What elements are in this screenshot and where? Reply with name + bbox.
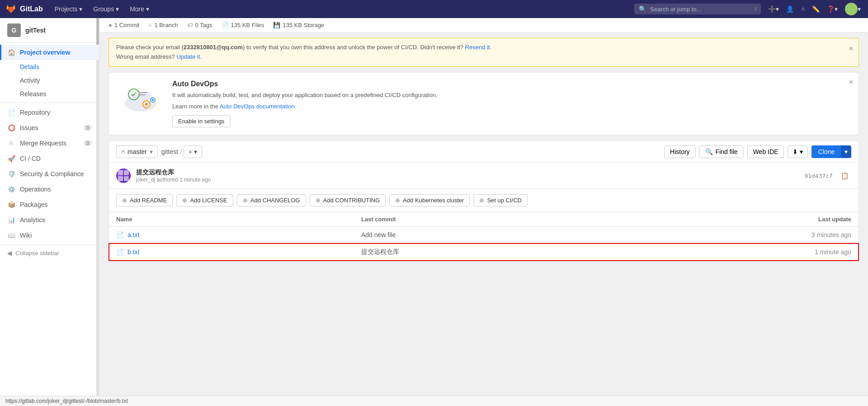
gitlab-logo[interactable]: GitLab xyxy=(5,4,43,14)
file-icon: 📄 xyxy=(116,248,124,256)
sidebar-subitem-releases[interactable]: Releases xyxy=(0,87,99,101)
setup-cicd-button[interactable]: ⊕ Set up CI/CD xyxy=(473,194,528,206)
chevron-down-icon: ▾ xyxy=(194,148,197,155)
chevron-down-icon: ▾ xyxy=(79,5,82,13)
auto-devops-card: × xyxy=(108,72,859,135)
history-button[interactable]: History xyxy=(664,145,696,158)
file-link-atxt[interactable]: a.txt xyxy=(127,231,139,238)
svg-point-5 xyxy=(145,103,148,106)
stat-storage-value: 135 KB Storage xyxy=(283,22,324,28)
help-button[interactable]: ❓ ▾ xyxy=(825,4,840,14)
branch-icon: ⑃ xyxy=(121,148,125,155)
download-icon: ⬇ xyxy=(793,148,798,155)
add-readme-button[interactable]: ⊕ Add README xyxy=(116,194,173,206)
auto-devops-close-button[interactable]: × xyxy=(849,78,853,86)
user-menu[interactable]: ▾ xyxy=(843,1,863,17)
enable-in-settings-button[interactable]: Enable in settings xyxy=(172,115,231,127)
table-row: 📄 a.txt Add new file 3 minutes ago xyxy=(109,227,859,243)
add-changelog-button[interactable]: ⊕ Add CHANGELOG xyxy=(237,194,306,206)
profile-snippet-button[interactable]: 👤 xyxy=(784,4,796,14)
auto-devops-description: It will automatically build, test, and d… xyxy=(172,91,849,100)
nav-projects[interactable]: Projects ▾ xyxy=(50,4,87,14)
add-button[interactable]: ➕ ▾ xyxy=(766,4,781,14)
file-update-btxt: 1 minute ago xyxy=(606,248,851,256)
sidebar-item-label: Merge Requests xyxy=(20,140,66,147)
analytics-icon: 📊 xyxy=(7,216,15,224)
svg-point-7 xyxy=(152,99,154,101)
wiki-icon: 📖 xyxy=(7,231,15,239)
sidebar-item-label: CI / CD xyxy=(20,155,41,162)
commit-message: 提交远程仓库 xyxy=(136,168,211,177)
todo-button[interactable]: ✏️ xyxy=(810,4,821,14)
main-layout: G gitTest 🏠 Project overview Details Act… xyxy=(0,18,868,406)
plus-icon: + xyxy=(189,148,192,155)
file-link-btxt[interactable]: b.txt xyxy=(127,248,139,256)
auto-devops-doc-link[interactable]: Auto DevOps documentation xyxy=(220,103,295,110)
chevron-down-icon: ▾ xyxy=(116,5,119,13)
sidebar-item-label: Packages xyxy=(20,201,47,208)
gitlab-brand: GitLab xyxy=(20,5,43,13)
copy-commit-hash-button[interactable]: 📋 xyxy=(838,171,851,180)
plus-icon: ⊕ xyxy=(395,197,400,204)
sidebar-item-security[interactable]: 🛡️ Security & Compliance xyxy=(0,166,99,182)
web-ide-button[interactable]: Web IDE xyxy=(747,145,784,158)
merge-requests-icon: ⑃ xyxy=(7,139,15,147)
file-icon: 📄 xyxy=(116,231,124,238)
sidebar-item-analytics[interactable]: 📊 Analytics xyxy=(0,212,99,228)
issues-icon: ⭕ xyxy=(7,124,15,132)
sidebar-item-operations[interactable]: ⚙️ Operations xyxy=(0,182,99,197)
cicd-icon: 🚀 xyxy=(7,154,15,163)
sidebar-subitem-activity[interactable]: Activity xyxy=(0,74,99,87)
search-input[interactable] xyxy=(650,6,751,13)
nav-icon-group: ➕ ▾ 👤 ⑃ ✏️ ❓ ▾ ▾ xyxy=(766,1,863,17)
col-commit-header: Last commit xyxy=(361,216,606,223)
stat-branches: ⑃ 1 Branch xyxy=(148,22,178,28)
merge-request-button[interactable]: ⑃ xyxy=(799,4,807,14)
clone-button[interactable]: Clone xyxy=(811,145,841,158)
stat-branches-value: 1 Branch xyxy=(154,22,178,28)
operations-icon: ⚙️ xyxy=(7,185,15,193)
sidebar-item-merge-requests[interactable]: ⑃ Merge Requests 0 xyxy=(0,135,99,151)
breadcrumb-repo[interactable]: gittest xyxy=(161,148,178,155)
search-icon: 🔍 xyxy=(705,148,713,155)
sidebar-item-project-overview[interactable]: 🏠 Project overview xyxy=(0,45,99,60)
add-file-button[interactable]: + ▾ xyxy=(184,145,202,158)
storage-icon: 💾 xyxy=(273,22,280,28)
commit-info: 提交远程仓库 joker_dj authored 1 minute ago 91… xyxy=(108,163,859,189)
chevron-down-icon: ▾ xyxy=(835,5,838,13)
update-email-link[interactable]: Update it. xyxy=(176,53,202,60)
clone-button-group: Clone ▾ xyxy=(811,145,851,158)
sidebar-item-label: Security & Compliance xyxy=(20,170,84,177)
main-content: ● 1 Commit ⑃ 1 Branch 🏷 0 Tags 📄 135 KB … xyxy=(99,18,868,406)
sidebar-item-repository[interactable]: 📄 Repository xyxy=(0,105,99,120)
stat-commits-value: 1 Commit xyxy=(114,22,140,28)
find-file-button[interactable]: 🔍 Find file xyxy=(699,145,744,158)
file-name-atxt[interactable]: 📄 a.txt xyxy=(116,231,361,238)
clone-dropdown-button[interactable]: ▾ xyxy=(841,145,851,158)
branch-selector[interactable]: ⑃ master ▾ xyxy=(116,145,158,158)
download-button[interactable]: ⬇ ▾ xyxy=(788,145,808,158)
resend-link[interactable]: Resend it. xyxy=(465,44,492,51)
nav-more[interactable]: More ▾ xyxy=(125,4,154,14)
sidebar-item-cicd[interactable]: 🚀 CI / CD xyxy=(0,151,99,166)
stat-commits: ● 1 Commit xyxy=(108,22,139,28)
sidebar-item-issues[interactable]: ⭕ Issues 0 xyxy=(0,120,99,135)
file-name-btxt[interactable]: 📄 b.txt xyxy=(116,248,361,256)
sidebar-item-label: Issues xyxy=(20,124,38,131)
collapse-sidebar-button[interactable]: ◀ Collapse sidebar xyxy=(0,245,99,261)
add-license-button[interactable]: ⊕ Add LICENSE xyxy=(176,194,233,206)
auto-devops-title: Auto DevOps xyxy=(172,80,849,88)
repo-toolbar: ⑃ master ▾ gittest / + ▾ History 🔍 Find … xyxy=(108,140,859,163)
sidebar-item-wiki[interactable]: 📖 Wiki xyxy=(0,228,99,243)
sidebar-item-packages[interactable]: 📦 Packages xyxy=(0,197,99,212)
banner-close-button[interactable]: × xyxy=(849,43,853,55)
sidebar-subitem-details[interactable]: Details xyxy=(0,60,99,74)
breadcrumb-separator: / xyxy=(180,148,182,155)
plus-icon: ⊕ xyxy=(316,197,321,204)
nav-groups[interactable]: Groups ▾ xyxy=(89,4,123,14)
search-box[interactable]: 🔍 / xyxy=(634,4,761,14)
commit-meta: joker_dj authored 1 minute ago xyxy=(136,177,211,183)
add-kubernetes-button[interactable]: ⊕ Add Kubernetes cluster xyxy=(389,194,470,206)
breadcrumb: gittest / + ▾ xyxy=(161,145,202,158)
add-contributing-button[interactable]: ⊕ Add CONTRIBUTING xyxy=(310,194,386,206)
